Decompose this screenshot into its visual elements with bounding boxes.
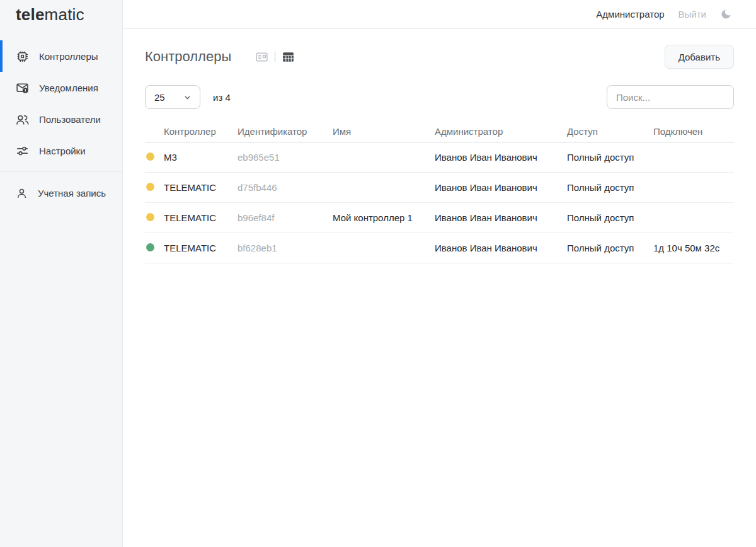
status-cell [145, 182, 164, 193]
add-button[interactable]: Добавить [665, 45, 734, 69]
status-dot [146, 153, 154, 161]
logout-link[interactable]: Выйти [679, 9, 706, 20]
status-dot [146, 243, 154, 251]
status-dot [146, 213, 154, 221]
cell-controller: TELEMATIC [164, 243, 238, 253]
page-size-value: 25 [154, 92, 165, 103]
top-bar-right: Администратор Выйти [123, 0, 756, 29]
app-window: telematic Администратор Выйти Контроллер… [0, 0, 756, 547]
toggle-separator [275, 52, 275, 62]
cell-controller: TELEMATIC [164, 212, 238, 223]
col-name: Имя [333, 126, 435, 137]
logo-area: telematic [0, 0, 123, 29]
status-dot [146, 183, 154, 191]
page-size-select[interactable]: 25 [145, 85, 200, 109]
moon-icon [720, 8, 732, 20]
cell-access: Полный доступ [567, 152, 653, 163]
col-controller: Контроллер [164, 126, 238, 137]
table-row[interactable]: TELEMATICd75fb446Иванов Иван ИвановичПол… [145, 173, 734, 203]
brand-logo-regular: matic [45, 5, 84, 24]
cell-id: eb965e51 [238, 152, 333, 163]
table-body: М3eb965e51Иванов Иван ИвановичПолный дос… [145, 142, 734, 263]
table-row[interactable]: М3eb965e51Иванов Иван ИвановичПолный дос… [145, 142, 734, 173]
cell-access: Полный доступ [567, 182, 653, 193]
cell-id: b96ef84f [238, 212, 333, 223]
cell-admin: Иванов Иван Иванович [435, 152, 567, 163]
col-admin: Администратор [435, 126, 567, 137]
dark-mode-toggle[interactable] [720, 8, 732, 20]
status-cell [145, 152, 164, 163]
search-input[interactable] [607, 85, 734, 109]
main-content: Контроллеры [123, 29, 756, 547]
active-indicator [0, 40, 3, 72]
status-cell [145, 212, 164, 223]
table-view-toggle[interactable] [282, 50, 295, 64]
active-indicator [0, 103, 3, 135]
chevron-down-icon [183, 93, 192, 102]
sidebar-item-label: Контроллеры [39, 51, 98, 62]
controllers-table: Контроллер Идентификатор Имя Администрат… [145, 120, 734, 263]
col-connected: Подключен [653, 126, 734, 137]
cell-name: Мой контроллер 1 [333, 212, 435, 223]
cell-admin: Иванов Иван Иванович [435, 243, 567, 253]
sidebar-item-label: Пользователи [39, 114, 101, 125]
cell-access: Полный доступ [567, 212, 653, 223]
active-indicator [0, 135, 3, 166]
col-identifier: Идентификатор [238, 126, 333, 137]
users-icon [15, 112, 30, 127]
envelope-alert-icon [15, 81, 30, 95]
sliders-icon [15, 144, 30, 158]
brand-logo-bold: tele [16, 5, 45, 24]
table-row[interactable]: TELEMATICbf628eb1Иванов Иван ИвановичПол… [145, 233, 734, 263]
sidebar-item-settings[interactable]: Настройки [0, 135, 122, 166]
sidebar-item-controllers[interactable]: Контроллеры [0, 40, 122, 72]
cell-access: Полный доступ [567, 243, 653, 253]
brand-logo: telematic [16, 5, 84, 25]
status-cell [145, 243, 164, 253]
table-row[interactable]: TELEMATICb96ef84fМой контроллер 1Иванов … [145, 203, 734, 233]
person-icon [15, 187, 28, 200]
title-row: Контроллеры [145, 43, 734, 71]
sidebar-item-notifications[interactable]: Уведомления [0, 72, 122, 103]
top-bar: telematic Администратор Выйти [0, 0, 756, 29]
cell-controller: TELEMATIC [164, 182, 238, 193]
sidebar-divider [0, 171, 122, 172]
chip-icon [15, 49, 30, 64]
sidebar-item-label: Учетная запись [38, 188, 106, 199]
sidebar: Контроллеры Уведомления [0, 29, 123, 547]
col-access: Доступ [567, 126, 653, 137]
total-count-label: из 4 [213, 92, 231, 103]
sidebar-item-label: Уведомления [39, 83, 98, 93]
cell-admin: Иванов Иван Иванович [435, 182, 567, 193]
current-user-label[interactable]: Администратор [596, 9, 664, 20]
view-toggles [255, 50, 295, 64]
active-indicator [0, 72, 3, 103]
cell-connected: 1д 10ч 50м 32с [653, 243, 734, 253]
sidebar-item-users[interactable]: Пользователи [0, 103, 122, 135]
cell-id: bf628eb1 [238, 243, 333, 253]
active-indicator [0, 177, 3, 209]
card-view-icon [255, 50, 268, 64]
sidebar-item-account[interactable]: Учетная запись [0, 177, 122, 209]
sidebar-item-label: Настройки [39, 146, 86, 156]
controls-row: 25 из 4 [145, 85, 734, 109]
card-view-toggle[interactable] [255, 50, 268, 64]
table-header-row: Контроллер Идентификатор Имя Администрат… [145, 120, 734, 142]
cell-id: d75fb446 [238, 182, 333, 193]
cell-controller: М3 [164, 152, 238, 163]
page-title: Контроллеры [145, 49, 231, 65]
cell-admin: Иванов Иван Иванович [435, 212, 567, 223]
table-view-icon [282, 50, 295, 64]
